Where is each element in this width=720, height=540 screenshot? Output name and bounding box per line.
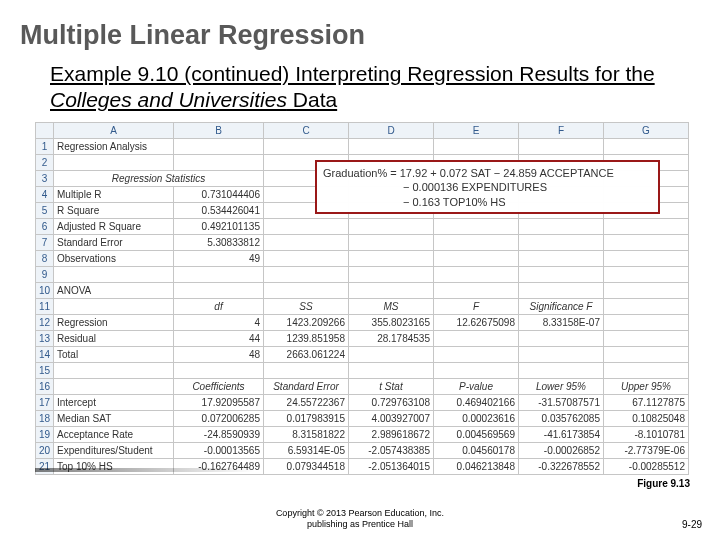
row-h: 12 (36, 314, 54, 330)
regression-equation-callout: Graduation% = 17.92 + 0.072 SAT − 24.859… (315, 160, 660, 214)
cell: -0.00026852 (519, 442, 604, 458)
corner-cell (36, 122, 54, 138)
cell: 2.989618672 (349, 426, 434, 442)
cell: 0.729763108 (349, 394, 434, 410)
row-h: 7 (36, 234, 54, 250)
row-h: 18 (36, 410, 54, 426)
cell: Multiple R (54, 186, 174, 202)
cell: 44 (174, 330, 264, 346)
cell: Intercept (54, 394, 174, 410)
formula-line-1: Graduation% = 17.92 + 0.072 SAT − 24.859… (323, 166, 652, 181)
cell: 49 (174, 250, 264, 266)
cell: t Stat (349, 378, 434, 394)
cell: 0.072006285 (174, 410, 264, 426)
cell: ANOVA (54, 282, 174, 298)
cell: 355.8023165 (349, 314, 434, 330)
cell: 28.1784535 (349, 330, 434, 346)
cell: 4 (174, 314, 264, 330)
col-h: A (54, 122, 174, 138)
cell: 12.62675098 (434, 314, 519, 330)
section-header: Regression Statistics (54, 170, 264, 186)
cell: 8.31581822 (264, 426, 349, 442)
cell: Median SAT (54, 410, 174, 426)
cell: 2663.061224 (264, 346, 349, 362)
cell: -0.00013565 (174, 442, 264, 458)
cell: Regression (54, 314, 174, 330)
subtitle-part-c: Data (287, 88, 337, 111)
cell: -41.6173854 (519, 426, 604, 442)
row-h: 17 (36, 394, 54, 410)
cell: 0.469402166 (434, 394, 519, 410)
cell: -2.057438385 (349, 442, 434, 458)
row-h: 19 (36, 426, 54, 442)
cell: 0.00023616 (434, 410, 519, 426)
row-h: 13 (36, 330, 54, 346)
cell: Lower 95% (519, 378, 604, 394)
row-h: 6 (36, 218, 54, 234)
subtitle-italic: Colleges and Universities (50, 88, 287, 111)
cell: Adjusted R Square (54, 218, 174, 234)
row-h: 10 (36, 282, 54, 298)
cell: Standard Error (264, 378, 349, 394)
col-h: D (349, 122, 434, 138)
cell: Acceptance Rate (54, 426, 174, 442)
subtitle-part-a: Example 9.10 (continued) Interpreting Re… (50, 62, 655, 85)
formula-line-2: − 0.000136 EXPENDITURES (323, 180, 652, 195)
cell: df (174, 298, 264, 314)
row-h: 2 (36, 154, 54, 170)
col-header-row: A B C D E F G (36, 122, 689, 138)
cell: Significance F (519, 298, 604, 314)
cell: 0.10825048 (604, 410, 689, 426)
copyright-footer: Copyright © 2013 Pearson Education, Inc.… (0, 508, 720, 530)
cell: Residual (54, 330, 174, 346)
decorative-shadow (35, 468, 255, 472)
cell: SS (264, 298, 349, 314)
col-h: C (264, 122, 349, 138)
cell: Regression Analysis (54, 138, 174, 154)
col-h: F (519, 122, 604, 138)
cell: -2.051364015 (349, 458, 434, 474)
cell: R Square (54, 202, 174, 218)
cell: 0.492101135 (174, 218, 264, 234)
cell: 8.33158E-07 (519, 314, 604, 330)
cell: P-value (434, 378, 519, 394)
cell: Total (54, 346, 174, 362)
cell: 0.534426041 (174, 202, 264, 218)
cell: 24.55722367 (264, 394, 349, 410)
cell: 48 (174, 346, 264, 362)
row-h: 15 (36, 362, 54, 378)
col-h: B (174, 122, 264, 138)
cell: 6.59314E-05 (264, 442, 349, 458)
cell: 17.92095587 (174, 394, 264, 410)
row-h: 3 (36, 170, 54, 186)
cell: -24.8590939 (174, 426, 264, 442)
row-h: 4 (36, 186, 54, 202)
cell: 0.731044406 (174, 186, 264, 202)
cell: 0.004569569 (434, 426, 519, 442)
cell: 67.1127875 (604, 394, 689, 410)
cell: 0.079344518 (264, 458, 349, 474)
cell: -2.77379E-06 (604, 442, 689, 458)
cell: Coefficients (174, 378, 264, 394)
cell: 1423.209266 (264, 314, 349, 330)
cell: 5.30833812 (174, 234, 264, 250)
row-h: 5 (36, 202, 54, 218)
row-h: 1 (36, 138, 54, 154)
slide-number: 9-29 (682, 519, 702, 530)
cell: Upper 95% (604, 378, 689, 394)
cell: F (434, 298, 519, 314)
slide-subtitle: Example 9.10 (continued) Interpreting Re… (50, 61, 670, 114)
cell: -0.00285512 (604, 458, 689, 474)
slide-title: Multiple Linear Regression (20, 20, 720, 51)
cell: -31.57087571 (519, 394, 604, 410)
col-h: G (604, 122, 689, 138)
row-h: 20 (36, 442, 54, 458)
cell: Observations (54, 250, 174, 266)
cell: 0.035762085 (519, 410, 604, 426)
copyright-line-2: publishing as Prentice Hall (307, 519, 413, 529)
row-h: 11 (36, 298, 54, 314)
cell: -0.322678552 (519, 458, 604, 474)
cell: -8.1010781 (604, 426, 689, 442)
figure-caption: Figure 9.13 (637, 478, 690, 489)
formula-line-3: − 0.163 TOP10% HS (323, 195, 652, 210)
